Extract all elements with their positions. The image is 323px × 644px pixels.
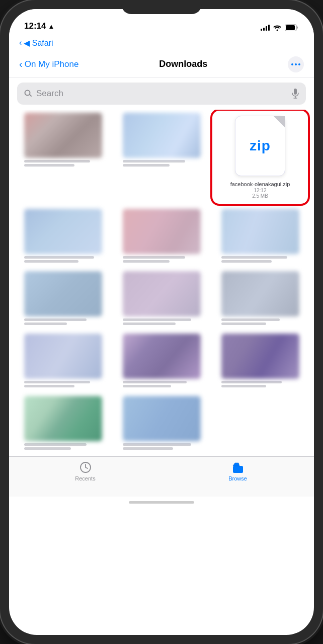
file-thumbnail bbox=[123, 209, 201, 254]
file-thumbnail bbox=[24, 209, 102, 254]
browse-icon bbox=[231, 461, 245, 474]
status-icons bbox=[261, 24, 299, 31]
list-item[interactable] bbox=[17, 334, 109, 389]
file-thumbnail bbox=[24, 113, 102, 158]
zip-label: zip bbox=[250, 138, 271, 154]
svg-rect-1 bbox=[286, 25, 295, 30]
list-item[interactable] bbox=[214, 271, 306, 327]
list-item[interactable] bbox=[116, 334, 207, 389]
zip-time: 12:12 bbox=[230, 188, 290, 193]
home-indicator bbox=[9, 497, 314, 508]
safari-back-button[interactable]: ‹ ◀ Safari bbox=[19, 38, 53, 48]
list-item[interactable] bbox=[116, 271, 207, 327]
list-item[interactable] bbox=[17, 396, 109, 451]
file-thumbnail bbox=[24, 396, 102, 441]
file-thumbnail bbox=[123, 113, 201, 158]
file-thumbnail bbox=[123, 271, 201, 316]
file-thumbnail bbox=[221, 209, 299, 254]
zip-filename: facebook-olenakagui.zip bbox=[230, 181, 290, 188]
file-thumbnail bbox=[24, 334, 102, 379]
list-item[interactable] bbox=[214, 334, 306, 389]
tab-bar: Recents Browse bbox=[9, 456, 314, 497]
file-thumbnail bbox=[24, 271, 102, 316]
svg-point-2 bbox=[291, 63, 293, 65]
more-button[interactable] bbox=[288, 56, 304, 72]
search-icon bbox=[24, 90, 32, 98]
zip-size: 2.5 MB bbox=[230, 193, 290, 199]
phone-frame: 12:14 ▲ bbox=[0, 0, 323, 644]
zip-icon: zip bbox=[235, 116, 285, 176]
list-item[interactable] bbox=[17, 209, 109, 264]
recents-icon bbox=[79, 461, 92, 474]
safari-back-label: ◀ Safari bbox=[24, 38, 53, 48]
wifi-icon bbox=[273, 24, 282, 31]
list-item[interactable] bbox=[17, 113, 109, 202]
ellipsis-icon bbox=[291, 63, 300, 65]
search-input-container[interactable]: Search bbox=[17, 83, 306, 105]
phone-screen: 12:14 ▲ bbox=[9, 9, 314, 635]
page-title: Downloads bbox=[159, 59, 207, 69]
recents-label: Recents bbox=[75, 475, 95, 481]
browse-label: Browse bbox=[228, 475, 247, 481]
list-item[interactable] bbox=[17, 271, 109, 327]
nav-header: ‹ On My iPhone Downloads bbox=[9, 51, 314, 77]
tab-recents[interactable]: Recents bbox=[9, 461, 162, 481]
signal-bars bbox=[261, 25, 270, 31]
search-bar: Search bbox=[9, 77, 314, 110]
list-item[interactable] bbox=[116, 396, 207, 451]
file-thumbnail bbox=[123, 396, 201, 441]
location-icon: ▲ bbox=[48, 23, 54, 30]
tab-browse[interactable]: Browse bbox=[162, 461, 314, 481]
safari-bar: ‹ ◀ Safari bbox=[9, 34, 314, 51]
file-grid: zip facebook-olenakagui.zip 12:12 2.5 MB bbox=[17, 113, 306, 451]
svg-point-4 bbox=[298, 63, 300, 65]
svg-point-3 bbox=[295, 63, 297, 65]
svg-rect-10 bbox=[233, 466, 243, 473]
back-button[interactable]: ‹ On My iPhone bbox=[19, 58, 78, 70]
file-thumbnail bbox=[221, 334, 299, 379]
back-chevron-icon: ‹ bbox=[19, 58, 23, 70]
file-thumbnail bbox=[123, 334, 201, 379]
list-item[interactable] bbox=[214, 209, 306, 264]
svg-rect-6 bbox=[294, 89, 297, 95]
status-time: 12:14 ▲ bbox=[24, 21, 54, 31]
back-label: On My iPhone bbox=[25, 59, 79, 69]
list-item[interactable] bbox=[116, 113, 207, 202]
search-placeholder: Search bbox=[36, 89, 288, 99]
list-item[interactable] bbox=[116, 209, 207, 264]
file-thumbnail bbox=[221, 271, 299, 316]
notch bbox=[121, 0, 202, 14]
svg-point-5 bbox=[25, 91, 30, 96]
mic-icon bbox=[292, 89, 299, 99]
battery-icon bbox=[285, 24, 299, 31]
zip-file-item[interactable]: zip facebook-olenakagui.zip 12:12 2.5 MB bbox=[214, 113, 306, 202]
